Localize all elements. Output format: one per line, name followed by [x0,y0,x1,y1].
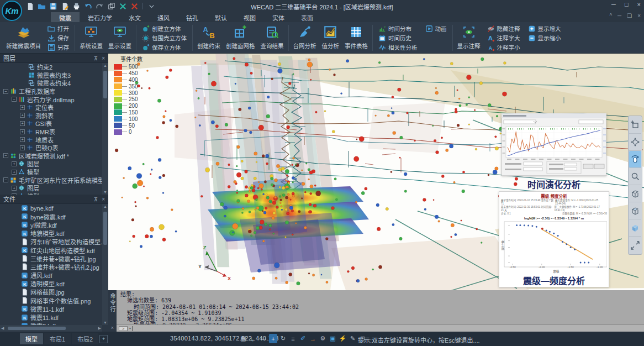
collapse-icon[interactable]: − [3,153,8,158]
ribbon-button-1-0[interactable]: 打开 [44,24,73,33]
ribbon-button-7-1[interactable]: 创建面网格 [223,23,258,53]
tree-item[interactable]: 约束2 [0,63,102,71]
grid-icon[interactable]: ▦ [239,334,247,343]
ribbon-button-16-1[interactable]: 显示缩小 [524,33,565,43]
file-item[interactable]: 河东II矿带地层及构造模型.kdf [0,238,102,246]
ribbon-button-14-0[interactable]: 显示注释 [455,23,483,53]
expand-icon[interactable]: + [12,186,17,191]
close-icon[interactable]: × [111,325,114,331]
expand-icon[interactable]: + [20,113,25,118]
file-item[interactable]: Kbyne微震.kdf [0,212,102,221]
expand-icon[interactable]: + [20,121,25,126]
ribbon-button-11-2[interactable]: 相关性分析 [374,43,421,52]
tree-item[interactable]: −岩石力学.drillmap [0,95,102,103]
ribbon-button-5-0[interactable]: 创建立方体 [138,24,191,33]
expand-icon[interactable]: + [20,129,25,134]
expand-icon[interactable]: + [20,105,25,110]
menu-tab-8[interactable]: 表面 [293,12,321,22]
brush-icon[interactable]: ✐ [299,334,307,343]
dynamic-input-icon[interactable]: ⚡ [339,334,347,343]
ribbon-button-11-0[interactable]: 时间分布 [374,24,421,33]
expand-icon[interactable]: + [12,170,17,175]
menu-tab-3[interactable]: 通风 [149,12,178,22]
menu-tab-7[interactable]: 实体 [264,12,293,22]
tree-item[interactable]: +定位表 [0,103,102,112]
expand-icon[interactable]: + [20,145,25,150]
app-logo[interactable]: Km [2,1,22,21]
orbit-tool[interactable] [629,134,641,151]
tree-item[interactable]: +地质表 [0,135,102,144]
maximize-button[interactable]: □ [625,1,629,8]
file-item[interactable]: 网格截图.jpg [0,288,102,296]
ribbon-button-7-2[interactable]: 查询结果 [258,23,287,53]
file-item[interactable]: K透明模型.kdf [0,280,102,288]
file-item[interactable]: K红尖山地层构造模型.kdf [0,246,102,254]
file-item[interactable]: K微震11.kdf [0,313,102,321]
ribbon-button-7-0[interactable]: AB创建约束 [194,23,223,53]
layers-scrollbar[interactable]: ▲ ▼ [102,63,108,195]
tree-item[interactable]: +图层 [0,184,102,192]
file-item[interactable]: 网格事件个数估值.png [0,296,102,305]
tree-item[interactable]: +模型 [0,168,102,176]
shaded-tool[interactable] [629,219,641,237]
menu-tab-4[interactable]: 钻孔 [178,12,207,22]
layout-tab-0[interactable]: 模型 [20,333,43,344]
layout-tab-2[interactable]: 布局2 [72,333,98,344]
ribbon-button-9-1[interactable]: 值分析 [319,23,342,53]
wireframe-tool[interactable] [629,185,641,202]
tree-item[interactable]: +RMR表 [0,128,102,136]
collapse-icon[interactable]: − [12,97,17,102]
zoom-extents-tool[interactable] [629,237,641,254]
ribbon-collapse-button[interactable]: ^ [609,13,612,19]
menu-tab-5[interactable]: 默认 [207,12,235,22]
zoom-window-tool[interactable] [629,117,641,134]
file-item[interactable]: 三维井巷+微震+钻孔.jpg [0,254,102,263]
ribbon-button-3-1[interactable]: 显示设置 [105,23,134,53]
menu-tab-6[interactable]: 视图 [235,12,264,22]
pin-icon[interactable]: ⊼ [94,196,98,202]
tree-item[interactable]: −区域岩爆预测.kdf * [0,152,102,160]
ribbon-button-1-1[interactable]: 保存 [44,33,73,43]
tree-item[interactable]: +GSI表 [0,119,102,128]
hide-face-tool[interactable] [629,202,641,219]
ribbon-button-3-0[interactable]: 系统设置 [77,23,105,53]
ribbon-button-16-0[interactable]: 显示增大 [524,24,565,33]
tree-item[interactable]: −毛坪矿区河东片区开拓系统模型 (1).k [0,176,102,184]
lineweight-icon[interactable]: ≡ [289,334,297,343]
menu-tab-1[interactable]: 岩石力学 [80,12,120,22]
console-tab[interactable]: 命令行 × [108,290,117,332]
sketch-icon[interactable]: ✎ [349,334,357,343]
tree-item[interactable]: +测斜表 [0,112,102,120]
viewport-3d[interactable]: ZYX 事件个数 500450400350300250200150100500 … [108,54,644,290]
close-icon[interactable]: × [102,55,105,61]
ortho-icon[interactable]: ∟ [249,334,257,343]
ribbon-button-5-2[interactable]: 保存立方体 [138,43,191,52]
menu-tab-2[interactable]: 水文 [120,12,149,22]
file-item[interactable]: K微震11-1.kdf [0,305,102,313]
collapse-icon[interactable]: − [3,89,8,94]
mdi-restore-button[interactable]: ❏ [627,13,632,19]
close-button[interactable]: × [637,1,641,8]
polar-icon[interactable]: ↻ [279,334,287,343]
export-icon[interactable]: → [309,334,317,343]
mdi-close-button[interactable]: × [637,13,641,19]
snap-rect-icon[interactable]: ▭ [259,334,267,343]
files-scrollbar[interactable]: ▲ ▼ [102,204,108,325]
tree-item[interactable]: +巴顿Q表 [0,144,102,152]
add-layout-button[interactable]: + [99,335,108,343]
ribbon-button-1-2[interactable]: 另存 [44,43,73,52]
settings-icon[interactable]: ⚙ [319,334,327,343]
cube-icon[interactable]: ▣ [329,334,337,343]
osnap-icon[interactable]: + [269,334,277,343]
file-item[interactable]: 三维井巷+微震+钻孔2.jpg [0,263,102,271]
file-item[interactable]: Kbyne.kdf [0,204,102,212]
ribbon-button-15-0[interactable]: 隐藏注释 [483,24,524,33]
tree-item[interactable]: 微震表约束4 [0,79,102,87]
file-item[interactable]: K通风.kdf [0,271,102,280]
expand-icon[interactable]: + [12,161,17,166]
file-item[interactable]: Kyl微震.kdf [0,221,102,229]
ribbon-button-5-1[interactable]: 包围壳立方体 [138,33,191,43]
ribbon-button-9-2[interactable]: 事件表格 [342,23,371,53]
ribbon-button-0-0[interactable]: 新建微震项目 [3,23,44,53]
tree-item[interactable]: 微震表约束3 [0,71,102,80]
